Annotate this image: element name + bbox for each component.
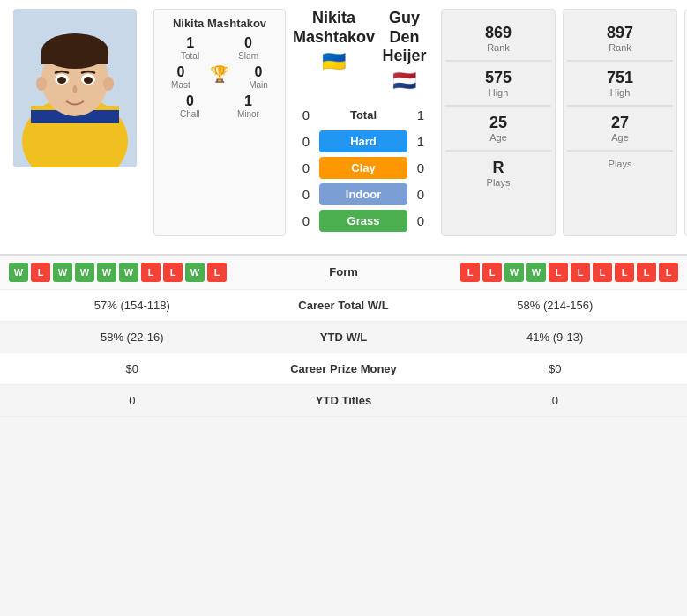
right-prize: $0 bbox=[432, 362, 679, 375]
left-mast-value: 0 bbox=[171, 64, 190, 80]
left-player-title: Nikita Mashtakov 🇺🇦 bbox=[293, 9, 375, 73]
clay-row: 0 Clay 0 bbox=[293, 157, 434, 179]
right-rank-value: 897 bbox=[607, 24, 633, 42]
left-minor-value: 1 bbox=[237, 93, 259, 109]
grass-label: Grass bbox=[319, 210, 407, 232]
svg-point-13 bbox=[103, 77, 114, 91]
left-mast-stat: 0 Mast bbox=[171, 64, 190, 90]
form-badge: L bbox=[31, 263, 50, 282]
right-rank-row: 897 Rank bbox=[567, 24, 673, 53]
ytd-titles-label: YTD Titles bbox=[256, 394, 432, 407]
divider4 bbox=[567, 60, 673, 62]
form-badge: L bbox=[207, 263, 227, 282]
left-stats-row-2: 0 Mast 🏆 0 Main bbox=[161, 64, 278, 90]
left-plays-row: R Plays bbox=[445, 159, 551, 188]
left-form-badges: WLWWWWLLWL bbox=[9, 263, 282, 282]
left-player-photo bbox=[13, 9, 137, 167]
left-mast-label: Mast bbox=[171, 80, 190, 90]
left-chall-stat: 0 Chall bbox=[180, 93, 200, 119]
right-plays-label: Plays bbox=[609, 159, 632, 169]
main-container: Nikita Mashtakov 1 Total 0 Slam 0 Mast 🏆 bbox=[0, 0, 687, 417]
left-chall-value: 0 bbox=[180, 93, 200, 109]
top-section: Nikita Mashtakov 1 Total 0 Slam 0 Mast 🏆 bbox=[0, 0, 687, 245]
total-row: 0 Total 1 bbox=[293, 104, 434, 126]
left-plays-value: R bbox=[493, 159, 504, 177]
right-plays-row: Plays bbox=[567, 159, 673, 169]
right-ytd-wl: 41% (9-13) bbox=[432, 330, 679, 344]
career-wl-row: 57% (154-118) Career Total W/L 58% (214-… bbox=[0, 290, 687, 322]
left-age-label: Age bbox=[489, 132, 507, 143]
right-ytd-titles: 0 bbox=[432, 394, 679, 407]
form-badge: W bbox=[504, 263, 524, 282]
svg-rect-7 bbox=[41, 51, 108, 64]
left-minor-stat: 1 Minor bbox=[237, 93, 259, 119]
divider3 bbox=[445, 150, 551, 152]
total-right-score: 1 bbox=[407, 108, 434, 122]
left-plays-label: Plays bbox=[487, 177, 511, 188]
left-ytd-wl: 58% (22-16) bbox=[9, 330, 256, 344]
right-age-label: Age bbox=[611, 132, 629, 143]
left-player-photo-area bbox=[0, 9, 150, 236]
form-badge: W bbox=[9, 263, 28, 282]
player-headers: Nikita Mashtakov 🇺🇦 Guy Den Heijer 🇳🇱 bbox=[293, 9, 434, 93]
left-rank-stats-box: 869 Rank 575 High 25 Age R Plays bbox=[441, 9, 556, 236]
indoor-right-score: 0 bbox=[407, 187, 434, 202]
form-badge: L bbox=[549, 263, 568, 282]
career-wl-label: Career Total W/L bbox=[256, 299, 432, 312]
svg-point-11 bbox=[84, 77, 93, 84]
left-total-label: Total bbox=[181, 51, 199, 61]
left-player-stats-card: Nikita Mashtakov 1 Total 0 Slam 0 Mast 🏆 bbox=[153, 9, 286, 236]
left-flag: 🇺🇦 bbox=[293, 50, 375, 73]
left-age-value: 25 bbox=[489, 114, 507, 132]
total-left-score: 0 bbox=[293, 108, 319, 122]
match-stats: 0 Total 1 0 Hard 1 0 Clay 0 0 bbox=[293, 100, 434, 236]
right-player-name-header: Guy Den Heijer bbox=[375, 9, 434, 66]
right-high-value: 751 bbox=[607, 69, 633, 87]
grass-row: 0 Grass 0 bbox=[293, 210, 434, 232]
left-rank-value: 869 bbox=[485, 24, 512, 42]
left-main-value: 0 bbox=[249, 64, 268, 80]
left-minor-label: Minor bbox=[237, 109, 259, 119]
left-high-value: 575 bbox=[485, 69, 512, 87]
form-badge: W bbox=[119, 263, 138, 282]
form-badge: W bbox=[185, 263, 205, 282]
right-age-value: 27 bbox=[611, 114, 629, 132]
left-slam-value: 0 bbox=[238, 35, 258, 51]
left-trophy-icon: 🏆 bbox=[210, 64, 229, 90]
left-high-row: 575 High bbox=[445, 69, 551, 98]
indoor-label: Indoor bbox=[319, 183, 407, 205]
left-rank-label: Rank bbox=[487, 42, 510, 53]
ytd-titles-row: 0 YTD Titles 0 bbox=[0, 385, 687, 417]
left-slam-stat: 0 Slam bbox=[238, 35, 258, 61]
divider1 bbox=[445, 60, 551, 62]
indoor-row: 0 Indoor 0 bbox=[293, 183, 434, 205]
form-label: Form bbox=[282, 265, 406, 278]
form-badge: W bbox=[97, 263, 116, 282]
left-ytd-titles: 0 bbox=[9, 394, 256, 407]
form-badge: L bbox=[163, 263, 183, 282]
form-badge: W bbox=[53, 263, 72, 282]
right-high-row: 751 High bbox=[567, 69, 673, 98]
form-badge: L bbox=[637, 263, 656, 282]
left-stats-row-1: 1 Total 0 Slam bbox=[161, 35, 278, 61]
form-badge: W bbox=[75, 263, 94, 282]
hard-right-score: 1 bbox=[407, 134, 434, 149]
prize-row: $0 Career Prize Money $0 bbox=[0, 353, 687, 385]
prize-label: Career Prize Money bbox=[256, 362, 432, 375]
left-slam-label: Slam bbox=[238, 51, 258, 61]
left-main-stat: 0 Main bbox=[249, 64, 268, 90]
form-badge: L bbox=[615, 263, 634, 282]
form-badge: L bbox=[659, 263, 678, 282]
form-badge: L bbox=[460, 263, 480, 282]
form-badge: L bbox=[482, 263, 502, 282]
left-rank-row: 869 Rank bbox=[445, 24, 551, 53]
divider5 bbox=[567, 105, 673, 107]
left-career-wl: 57% (154-118) bbox=[9, 299, 256, 312]
left-player-name: Nikita Mashtakov bbox=[161, 17, 278, 30]
left-chall-label: Chall bbox=[180, 109, 200, 119]
hard-label: Hard bbox=[319, 130, 407, 152]
svg-point-12 bbox=[36, 77, 47, 91]
form-badge: L bbox=[141, 263, 161, 282]
divider6 bbox=[567, 150, 673, 152]
svg-point-10 bbox=[57, 77, 66, 84]
